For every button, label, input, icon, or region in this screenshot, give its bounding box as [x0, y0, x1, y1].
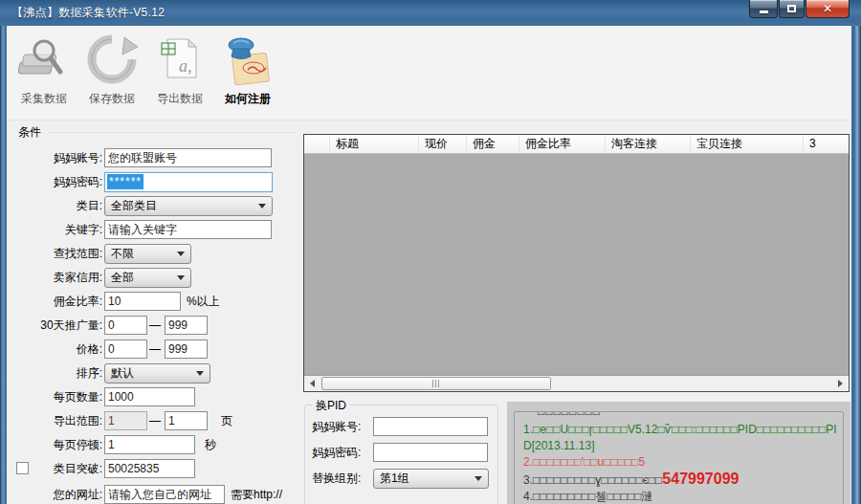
export-range-label: 导出范围:	[7, 413, 102, 429]
sort-select[interactable]: 默认	[104, 363, 210, 383]
price-from-input[interactable]	[104, 340, 147, 359]
pid-group-label: 替换组别:	[312, 471, 371, 487]
window-title: 【沸点】数据采集软件-V5.12	[11, 0, 165, 25]
search-scope-row: 查找范围: 不限	[7, 244, 303, 263]
table-header-blank[interactable]	[304, 135, 330, 153]
pid-group-row: 替换组别: 第1组	[312, 469, 497, 488]
horizontal-scrollbar[interactable]	[304, 375, 849, 391]
password-selected-text: ******	[107, 174, 144, 189]
range-dash: —	[147, 342, 163, 356]
scroll-left-button[interactable]	[304, 376, 320, 391]
commission-rate-row: 佣金比率: %以上	[7, 292, 303, 311]
info-line-4: 4.□□□□□□□□□첼□□□□□漣	[523, 489, 837, 504]
mama-password-input[interactable]: ******	[104, 172, 273, 192]
commission-rate-input[interactable]	[104, 292, 181, 311]
page-pause-row: 每页停顿: 秒	[7, 435, 303, 454]
price-label: 价格:	[7, 341, 102, 358]
mama-account-row: 妈妈账号:	[7, 148, 303, 167]
export-range-row: 导出范围: — 页	[7, 411, 303, 430]
your-url-label: 您的网址:	[7, 487, 102, 503]
window-controls: ✕	[748, 0, 850, 18]
pid-account-input[interactable]	[373, 417, 488, 436]
export-range-from-input[interactable]	[104, 411, 147, 430]
pid-password-row: 妈妈密码:	[312, 443, 497, 462]
page-pause-label: 每页停顿:	[7, 437, 102, 453]
mama-account-input[interactable]	[104, 148, 272, 167]
keyword-label: 关键字:	[7, 222, 102, 238]
chevron-down-icon	[258, 204, 266, 208]
scroll-left-icon	[310, 380, 315, 387]
export-data-button[interactable]: a, 导出数据	[148, 33, 211, 107]
chevron-down-icon	[475, 476, 482, 481]
toolbar-item-label: 导出数据	[157, 91, 203, 107]
category-break-input[interactable]	[104, 459, 195, 478]
table-header-title[interactable]: 标题	[330, 135, 419, 153]
titlebar[interactable]: 【沸点】数据采集软件-V5.12 ✕	[0, 0, 861, 26]
promo-30d-to-input[interactable]	[165, 316, 208, 335]
scroll-right-icon	[838, 380, 843, 387]
table-header-item-link[interactable]: 宝贝连接	[691, 135, 804, 153]
scrollbar-grip-icon	[432, 380, 441, 387]
promo-30d-from-input[interactable]	[104, 316, 147, 335]
register-stamp-icon	[222, 33, 274, 87]
export-range-suffix: 页	[221, 413, 232, 429]
pid-password-input[interactable]	[373, 443, 488, 462]
table-header-commission[interactable]: 佣金	[467, 135, 519, 153]
info-line-3: 3.□□□□□□□□□ɣ□□□□□□є□□547997099	[523, 471, 837, 489]
save-data-icon	[86, 33, 138, 87]
chevron-down-icon	[177, 252, 185, 256]
price-row: 价格: —	[7, 340, 303, 359]
export-range-to-input[interactable]	[165, 411, 208, 430]
your-url-suffix: 需要http://	[231, 487, 282, 503]
page-pause-input[interactable]	[104, 435, 195, 454]
mama-account-label: 妈妈账号:	[7, 150, 102, 166]
info-group-title: □□□□□□□□	[536, 411, 603, 418]
register-help-button[interactable]: 如何注册	[216, 33, 279, 107]
category-label: 类目:	[7, 198, 102, 214]
category-row: 类目: 全部类目	[7, 196, 303, 215]
results-table: 标题 现价 佣金 佣金比率 淘客连接 宝贝连接 3	[303, 134, 850, 392]
pid-panel-title: 换PID	[313, 398, 349, 414]
export-data-icon: a,	[154, 33, 206, 87]
commission-rate-label: 佣金比率:	[7, 294, 102, 310]
client-area: 采集数据 保存数据 a, 导出数据	[7, 26, 851, 504]
close-button[interactable]: ✕	[806, 0, 850, 18]
mama-password-row: 妈妈密码: ******	[7, 172, 303, 191]
seller-credit-row: 卖家信用: 全部	[7, 268, 303, 287]
commission-rate-suffix: %以上	[187, 294, 220, 310]
maximize-button[interactable]	[779, 0, 805, 18]
keyword-input[interactable]	[104, 220, 272, 239]
table-header-taoke-link[interactable]: 淘客连接	[606, 135, 691, 153]
save-data-button[interactable]: 保存数据	[80, 33, 144, 107]
your-url-input[interactable]	[104, 485, 225, 504]
pid-account-row: 妈妈账号:	[312, 417, 497, 436]
search-scope-label: 查找范围:	[7, 246, 102, 262]
pid-group-select[interactable]: 第1组	[373, 469, 489, 489]
chevron-down-icon	[177, 275, 185, 280]
minimize-button[interactable]	[749, 0, 778, 18]
per-page-input[interactable]	[104, 387, 195, 406]
page-pause-suffix: 秒	[205, 437, 216, 453]
seller-credit-label: 卖家信用:	[7, 270, 102, 286]
table-header-current-price[interactable]: 现价	[419, 135, 467, 153]
info-line-2: 2.□□□□□□□'□□u□□□□□5	[523, 454, 837, 471]
seller-credit-select[interactable]: 全部	[104, 268, 191, 288]
category-break-checkbox[interactable]	[16, 462, 29, 474]
pid-password-label: 妈妈密码:	[312, 445, 371, 461]
per-page-label: 每页数量:	[7, 389, 102, 405]
close-icon: ✕	[823, 2, 832, 15]
toolbar: 采集数据 保存数据 a, 导出数据	[7, 26, 851, 121]
category-select[interactable]: 全部类目	[104, 196, 273, 216]
chevron-down-icon	[196, 371, 204, 376]
change-pid-panel: 换PID 妈妈账号: 妈妈密码: 替换组别: 第1组	[304, 405, 498, 504]
search-scope-select[interactable]: 不限	[104, 244, 191, 264]
table-header-commission-rate[interactable]: 佣金比率	[519, 135, 606, 153]
price-to-input[interactable]	[165, 340, 208, 359]
app-window: 【沸点】数据采集软件-V5.12 ✕ 采集数据	[0, 0, 861, 504]
scrollbar-thumb[interactable]	[321, 377, 551, 390]
scroll-right-button[interactable]	[832, 376, 849, 391]
collect-data-button[interactable]: 采集数据	[12, 33, 76, 107]
promo-30d-row: 30天推广量: —	[7, 316, 303, 335]
table-header-partial[interactable]: 3	[804, 135, 850, 153]
range-dash: —	[147, 414, 163, 427]
